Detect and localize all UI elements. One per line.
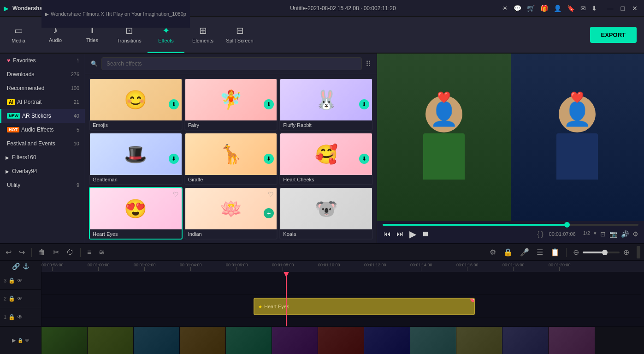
sidebar-item-overlay[interactable]: ▶ Overlay 94 (0, 164, 85, 178)
export-button[interactable]: EXPORT (590, 27, 637, 43)
timeline-resize-handle[interactable] (637, 246, 640, 258)
download-giraffe-button[interactable]: ⬇ (264, 154, 274, 164)
step-back-button[interactable]: ⏮ (383, 229, 392, 239)
sidebar-item-recommended[interactable]: Recommended 100 (0, 81, 85, 95)
effect-thumb-koala: 🐨 (280, 188, 372, 229)
toolbar-split-screen[interactable]: ⊟ Split Screen (221, 16, 258, 53)
sidebar-item-audio-effects[interactable]: HOT Audio Effects 5 (0, 123, 85, 137)
person-right-body (556, 133, 598, 180)
stop-button[interactable]: ⏹ (421, 229, 430, 239)
track-2-lock-icon[interactable]: 🔒 (8, 295, 15, 302)
anchor-icon[interactable]: ⚓ (23, 263, 30, 270)
zoom-out-button[interactable]: ⊖ (571, 247, 581, 258)
effect-card-fairy[interactable]: 🧚 ⬇ Fairy (184, 78, 278, 131)
sun-icon[interactable]: ☀ (502, 5, 508, 12)
track-3-lock-icon[interactable]: 🔒 (8, 277, 15, 284)
effect-card-giraffe[interactable]: 🦒 ⬇ Giraffe (184, 132, 278, 185)
ruler-mark-11: 00:01:20:00 (549, 263, 571, 271)
download-gentleman-button[interactable]: ⬇ (169, 154, 179, 164)
sidebar-item-festival-events[interactable]: Festival and Events 10 (0, 137, 85, 150)
video-thumb-6 (272, 327, 318, 354)
fullscreen-button[interactable]: ⊡ (600, 230, 606, 238)
effect-card-gentleman[interactable]: 🎩 ⬇ Gentleman (89, 132, 183, 185)
download-fairy-button[interactable]: ⬇ (264, 99, 274, 109)
close-button[interactable]: ✕ (629, 4, 640, 13)
frame-back-button[interactable]: ⏭ (396, 229, 405, 239)
effect-card-emojis[interactable]: 😊 ⬇ Emojis (89, 78, 183, 131)
track-1-lock-icon[interactable]: 🔒 (8, 314, 15, 320)
timeline-settings-button[interactable]: ⚙ (488, 247, 498, 258)
chat-icon[interactable]: 💬 (514, 5, 521, 12)
toolbar-media[interactable]: ▭ Media (0, 16, 37, 53)
track-labels: 3 🔒 👁 2 🔒 👁 1 🔒 👁 (0, 272, 41, 326)
search-bar: 🔍 ⠿ (85, 54, 377, 74)
volume-button[interactable]: 🔊 (621, 230, 629, 238)
play-button[interactable]: ▶ (408, 228, 417, 240)
user-icon[interactable]: 👤 (554, 5, 561, 12)
undo-button[interactable]: ↩ (4, 247, 13, 258)
track-1-eye-icon[interactable]: 👁 (17, 314, 23, 320)
snapshot-button[interactable]: 📷 (609, 230, 617, 238)
ruler-marks: 00:00:58:0000:01:00:0000:01:02:0000:01:0… (41, 261, 644, 272)
mail-icon[interactable]: ✉ (580, 5, 586, 12)
download-heart-cheeks-button[interactable]: ⬇ (359, 154, 369, 164)
remove-clip-button[interactable]: ✕ (470, 298, 475, 302)
effect-card-indian[interactable]: 🪷 ♡ + Indian (184, 187, 278, 240)
delete-button[interactable]: 🗑 (36, 247, 47, 258)
effect-thumb-fairy: 🧚 ⬇ (185, 79, 277, 120)
effect-card-heart-eyes[interactable]: 😍 ♡ Heart Eyes (89, 187, 183, 240)
mic-button[interactable]: 🎤 (518, 247, 531, 258)
minimize-button[interactable]: — (604, 4, 616, 13)
effect-card-fluffy-rabbit[interactable]: 🐰 ⬇ Fluffy Rabbit (279, 78, 373, 131)
sidebar-item-filters[interactable]: ▶ Filters 160 (0, 150, 85, 164)
track-3-eye-icon[interactable]: 👁 (17, 277, 23, 284)
progress-bar[interactable] (383, 224, 638, 226)
file-title: Untitle-2021-08-02 15 42 08 · 00:002:11:… (188, 5, 498, 12)
composite-button[interactable]: 📋 (549, 247, 561, 258)
sidebar-item-ar-stickers[interactable]: NEW AR Stickers 40 (0, 109, 85, 123)
settings-button[interactable]: ⚙ (632, 230, 638, 238)
toolbar-elements[interactable]: ⊞ Elements (184, 16, 221, 53)
sidebar-item-downloads[interactable]: Downloads 276 (0, 67, 85, 81)
preview-person-left: 👤 ❤️ (377, 54, 511, 221)
search-input[interactable] (101, 57, 362, 70)
lock-all-button[interactable]: 🔒 (502, 247, 514, 258)
maximize-button[interactable]: □ (618, 4, 627, 13)
download-emojis-button[interactable]: ⬇ (169, 99, 179, 109)
grid-view-icon[interactable]: ⠿ (366, 60, 371, 68)
zoom-slider[interactable] (583, 252, 620, 253)
timeline-right-controls: ⚙ 🔒 🎤 ☰ 📋 ⊖ ⊕ (488, 247, 631, 258)
video-thumb-9 (410, 327, 456, 354)
redo-button[interactable]: ↪ (17, 247, 27, 258)
time-display: { } 00:01:07:06 (537, 230, 576, 238)
transition-all-button[interactable]: ☰ (535, 247, 545, 258)
track-2-eye-icon[interactable]: 👁 (17, 295, 23, 302)
sidebar-item-favorites[interactable]: ♥ Favorites 1 (0, 54, 85, 67)
crop-button[interactable]: ⏱ (65, 247, 76, 258)
timeline-toolbar: ↩ ↪ 🗑 ✂ ⏱ ≡ ≋ ⚙ 🔒 🎤 ☰ 📋 ⊖ ⊕ (0, 244, 644, 261)
add-indian-button[interactable]: + (264, 208, 274, 218)
video-thumb-10 (456, 327, 502, 354)
download-fluffy-button[interactable]: ⬇ (359, 99, 369, 109)
effect-card-heart-cheeks[interactable]: 🥰 ⬇ Heart Cheeks (279, 132, 373, 185)
beat-detect-button[interactable]: ≋ (97, 247, 106, 258)
ai-tag: AI (7, 99, 15, 105)
zoom-in-button[interactable]: ⊕ (621, 247, 631, 258)
indian-favorite-icon[interactable]: ♡ (268, 191, 274, 198)
sidebar-item-ai-portrait[interactable]: AI AI Portrait 21 (0, 95, 85, 109)
link-icon[interactable]: 🔗 (12, 263, 20, 270)
track-2-row: ★ Heart Eyes ✕ (41, 295, 641, 318)
effect-card-koala[interactable]: 🐨 Koala (279, 187, 373, 240)
heart-eyes-clip[interactable]: ★ Heart Eyes ✕ (254, 298, 475, 315)
cut-button[interactable]: ✂ (51, 247, 61, 258)
sidebar-item-utility[interactable]: Utility 9 (0, 178, 85, 192)
download-icon[interactable]: ⬇ (591, 5, 597, 12)
effects-panel: 🔍 ⠿ 😊 ⬇ Emojis 🧚 ⬇ Fairy (85, 54, 377, 243)
cart-icon[interactable]: 🛒 (527, 5, 535, 12)
audio-mixer-button[interactable]: ≡ (85, 247, 93, 258)
bookmark-icon[interactable]: 🔖 (567, 5, 575, 12)
heart-eyes-favorite-icon[interactable]: ♡ (173, 191, 179, 198)
gift-icon[interactable]: 🎁 (540, 5, 548, 12)
media-icon: ▭ (14, 25, 23, 36)
person-right-figure: 👤 ❤️ (556, 96, 598, 180)
